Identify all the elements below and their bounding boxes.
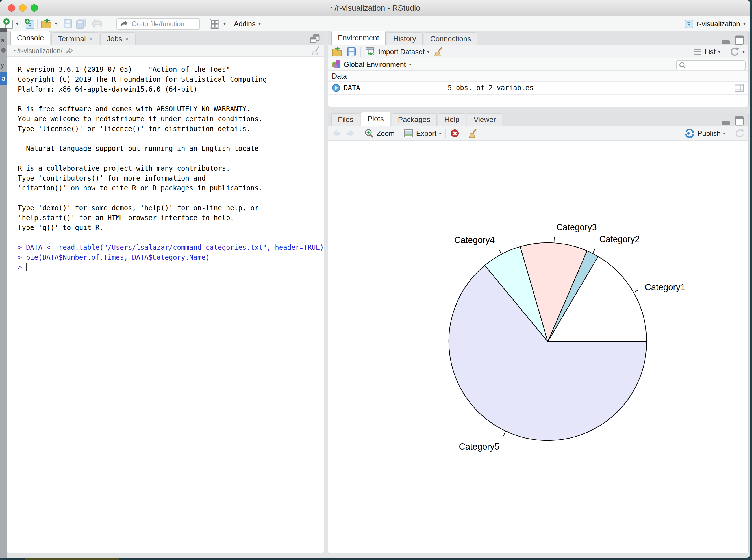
new-file-dropdown-caret[interactable]	[16, 23, 19, 26]
background-selected-item: a	[0, 72, 7, 85]
column-divider	[444, 82, 444, 105]
pie-label: Category2	[599, 234, 639, 244]
next-plot-icon[interactable]	[345, 128, 355, 138]
environment-scope-row: Global Environment	[328, 59, 748, 71]
console-output-line	[18, 233, 324, 243]
environment-scope-selector[interactable]: Global Environment	[344, 60, 406, 69]
clear-plots-icon[interactable]	[468, 128, 478, 139]
view-table-icon[interactable]	[734, 83, 744, 93]
new-project-icon[interactable]: R	[24, 18, 35, 30]
pane-layout-icon[interactable]	[209, 18, 220, 29]
main-toolbar: R Addins R r-v	[0, 16, 750, 32]
background-text-fragment: y	[1, 62, 4, 69]
goto-file-input[interactable]	[131, 20, 193, 28]
console-tabbar: Console Terminal× Jobs×	[7, 32, 324, 45]
refresh-plot-icon[interactable]	[734, 128, 745, 139]
publish-icon	[684, 128, 695, 138]
console-output-line	[18, 154, 324, 164]
close-jobs-icon[interactable]: ×	[125, 35, 129, 43]
expand-object-icon[interactable]	[332, 84, 340, 92]
global-environment-icon	[331, 60, 341, 69]
console-output-line: R version 3.6.1 (2019-07-05) -- "Action …	[18, 65, 324, 75]
console-output-line: Copyright (C) 2019 The R Foundation for …	[18, 75, 324, 84]
console-cursor	[26, 263, 27, 271]
list-icon	[693, 47, 702, 56]
tab-connections[interactable]: Connections	[424, 33, 478, 45]
project-caret[interactable]	[743, 23, 746, 26]
minimize-pane-icon[interactable]	[721, 37, 731, 45]
project-icon: R	[684, 18, 694, 29]
export-plot-button[interactable]: Export	[403, 128, 442, 138]
close-terminal-icon[interactable]: ×	[89, 35, 93, 43]
environment-tabbar: Environment History Connections	[328, 32, 748, 45]
new-file-icon[interactable]	[3, 18, 14, 30]
save-icon[interactable]	[63, 18, 73, 29]
restore-pane-icon[interactable]	[310, 34, 320, 43]
working-directory: ~/r-visualization/	[13, 47, 62, 55]
zoom-icon	[364, 128, 374, 138]
list-view-button[interactable]: List	[693, 47, 720, 56]
pane-layout-caret[interactable]	[223, 23, 226, 26]
tab-packages[interactable]: Packages	[391, 113, 437, 126]
pie-label-tick	[499, 249, 502, 254]
clear-environment-icon[interactable]	[434, 46, 444, 57]
minimize-pane-icon[interactable]	[721, 117, 731, 126]
console-output-line	[18, 193, 324, 203]
addins-caret[interactable]	[258, 23, 261, 26]
svg-text:R: R	[687, 21, 691, 27]
console-input-line: >	[18, 262, 324, 272]
tab-help[interactable]: Help	[438, 113, 466, 126]
tab-jobs[interactable]: Jobs×	[100, 33, 136, 45]
print-icon[interactable]	[92, 18, 103, 29]
tab-console[interactable]: Console	[11, 31, 50, 45]
console-pane: Console Terminal× Jobs× ~/r-visualizatio…	[7, 31, 324, 553]
search-icon	[679, 62, 686, 69]
table-row[interactable]: DATA 5 obs. of 2 variables	[328, 82, 748, 95]
environment-search[interactable]	[676, 60, 746, 71]
console-output-line: Natural language support but running in …	[18, 144, 324, 154]
maximize-pane-icon[interactable]	[735, 35, 744, 45]
console-output-line: Type 'q()' to quit R.	[18, 223, 324, 233]
save-workspace-icon[interactable]	[347, 47, 356, 57]
console-output-line	[18, 94, 324, 104]
export-icon	[403, 128, 414, 138]
tab-terminal[interactable]: Terminal×	[52, 33, 99, 45]
open-file-icon[interactable]	[40, 18, 53, 30]
goto-arrow-icon	[120, 20, 128, 28]
data-section-header: Data	[328, 71, 748, 82]
scope-caret[interactable]	[409, 64, 412, 67]
clear-console-icon[interactable]	[311, 45, 321, 56]
environment-search-input[interactable]	[688, 61, 741, 69]
goto-file-search[interactable]	[116, 18, 200, 30]
titlebar: ~/r-visualization - RStudio	[0, 0, 750, 16]
tab-environment[interactable]: Environment	[331, 31, 386, 45]
console-output-line: Type 'contributors()' for more informati…	[18, 174, 324, 183]
tab-history[interactable]: History	[387, 33, 423, 45]
refresh-environment-button[interactable]	[729, 46, 745, 57]
goto-directory-icon[interactable]	[65, 47, 74, 55]
save-all-icon[interactable]	[75, 18, 86, 29]
remove-plot-icon[interactable]	[450, 128, 460, 138]
console-output-line: R is a collaborative project with many c…	[18, 164, 324, 174]
import-dataset-button[interactable]: Import Dataset	[365, 47, 430, 57]
pie-label-tick	[634, 290, 638, 293]
zoom-plot-button[interactable]: Zoom	[364, 128, 395, 138]
tab-files[interactable]: Files	[331, 113, 360, 126]
pie-label: Category5	[459, 442, 500, 452]
pie-label: Category4	[454, 235, 495, 245]
plot-area: Category1Category2Category3Category4Cate…	[328, 141, 748, 553]
addins-menu[interactable]: Addins	[234, 20, 256, 28]
window-title: ~/r-visualization - RStudio	[0, 4, 750, 13]
console-output[interactable]: R version 3.6.1 (2019-07-05) -- "Action …	[7, 57, 324, 553]
load-workspace-icon[interactable]	[331, 46, 343, 57]
console-output-line: 'help.start()' for an HTML browser inter…	[18, 213, 324, 223]
project-selector[interactable]: r-visualization	[697, 20, 740, 28]
desktop: ~/r-visualization - RStudio R	[0, 0, 752, 560]
tab-plots[interactable]: Plots	[361, 112, 390, 126]
previous-plot-icon[interactable]	[331, 128, 342, 138]
publish-plot-button[interactable]: Publish	[684, 128, 726, 138]
maximize-pane-icon[interactable]	[735, 116, 744, 126]
tab-viewer[interactable]: Viewer	[467, 113, 502, 126]
open-file-dropdown-caret[interactable]	[55, 23, 58, 26]
pie-chart-svg: Category1Category2Category3Category4Cate…	[328, 141, 748, 552]
